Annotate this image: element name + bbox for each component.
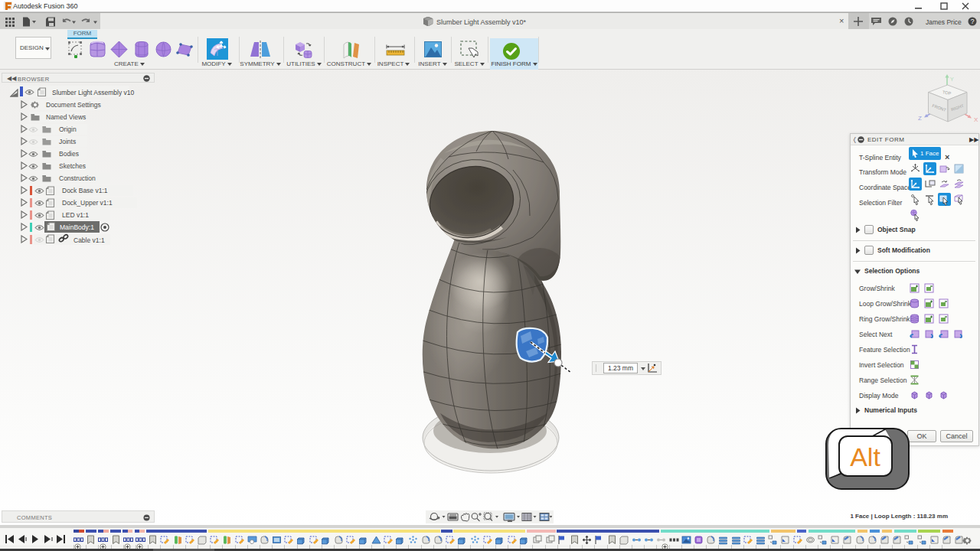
svg-text:Z: Z	[918, 115, 922, 122]
svg-text:X: X	[974, 116, 978, 123]
svg-text:Y: Y	[950, 77, 954, 82]
svg-text:?: ?	[971, 18, 975, 25]
svg-text:Alt: Alt	[850, 442, 880, 471]
